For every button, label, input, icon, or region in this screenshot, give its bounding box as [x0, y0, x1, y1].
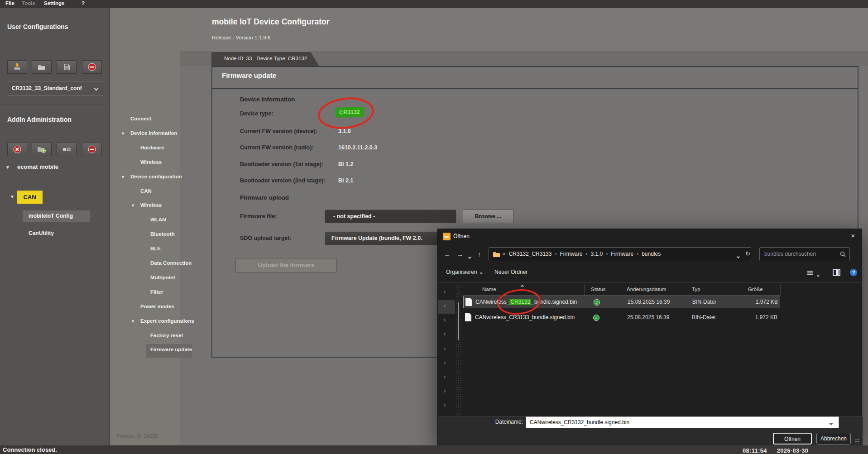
resize-grip[interactable] [855, 438, 860, 444]
tree-expand-icon[interactable]: › [444, 359, 446, 366]
breadcrumb-separator-icon[interactable]: › [603, 251, 611, 257]
nav-item-factory-reset[interactable]: Factory reset [150, 333, 183, 338]
file-row[interactable]: CANwireless_CR3133_bundle.signed.bin✓25.… [463, 311, 780, 324]
close-addin-button[interactable] [7, 143, 27, 156]
filename-input[interactable]: CANwireless_CR3132_bundle.signed.bin [526, 416, 839, 428]
column-divider[interactable] [621, 284, 621, 296]
collapse-icon[interactable]: ▼ [121, 175, 125, 179]
add-addin-button[interactable] [32, 143, 52, 156]
preview-pane-icon[interactable] [833, 269, 840, 276]
close-icon[interactable]: × [844, 229, 862, 244]
nav-item-expert-configurations[interactable]: Expert configurations [140, 318, 194, 324]
column-status[interactable]: Status [591, 287, 606, 292]
nav-item-wlan[interactable]: WLAN [150, 217, 166, 222]
breadcrumb-segment-firmware[interactable]: Firmware [560, 251, 582, 257]
tree-expand-can-icon[interactable]: ▼ [10, 194, 14, 199]
tree-expand-icon[interactable]: › [444, 302, 446, 309]
pane-splitter[interactable] [455, 284, 463, 416]
nav-item-wireless[interactable]: Wireless [140, 159, 162, 165]
tree-expand-icon[interactable]: › [444, 330, 446, 337]
column-date[interactable]: Änderungsdatum [627, 287, 667, 292]
forward-icon[interactable]: → [457, 251, 463, 258]
nav-item-multipoint[interactable]: Multipoint [150, 275, 175, 280]
breadcrumb-segment-firmware[interactable]: Firmware [611, 251, 633, 257]
menu-help[interactable]: ? [82, 0, 85, 6]
column-divider[interactable] [584, 284, 585, 296]
column-divider[interactable] [689, 284, 689, 296]
menu-file[interactable]: File [5, 0, 14, 6]
nav-item-ble[interactable]: BLE [150, 246, 161, 251]
upload-firmware-button[interactable]: Upload the firmware [235, 258, 337, 272]
device-tab[interactable]: Node ID: 33 - Device Type: CR3132 [211, 51, 319, 66]
nav-item-data-connection[interactable]: Data Connection [150, 260, 192, 266]
config-dropdown[interactable]: CR3132_33_Standard_conf [7, 81, 89, 96]
open-button[interactable]: Öffnen [773, 433, 812, 444]
refresh-icon[interactable]: ↻ [745, 250, 750, 257]
collapse-icon[interactable]: ▼ [121, 131, 125, 136]
nav-item-bluetooth[interactable]: Bluetooth [150, 231, 175, 237]
save-config-button[interactable] [57, 60, 77, 74]
column-type[interactable]: Typ [692, 287, 700, 292]
nav-item-connect[interactable]: Connect [130, 116, 151, 121]
up-icon[interactable]: ↑ [478, 251, 481, 258]
open-folder-icon [38, 64, 46, 70]
nav-item-device-configuration[interactable]: Device configuration [130, 174, 182, 179]
tree-node-can[interactable]: CAN [17, 191, 43, 204]
breadcrumb-segment-cr3132-cr3133[interactable]: CR3132_CR3133 [509, 251, 552, 257]
config-dropdown-button[interactable] [89, 81, 103, 96]
remove-addin-button[interactable] [82, 143, 102, 156]
import-config-button[interactable] [7, 60, 27, 74]
tree-expand-icon[interactable]: › [444, 373, 446, 380]
breadcrumb-separator-icon[interactable]: › [582, 251, 590, 257]
menu-tools[interactable]: Tools [22, 0, 35, 6]
search-input[interactable]: bundles durchsuchen [759, 247, 850, 261]
open-config-button[interactable] [32, 60, 52, 74]
view-chevron-icon[interactable] [817, 272, 819, 278]
address-bar[interactable]: «CR3132_CR3133›Firmware›3.1.0›Firmware›b… [489, 247, 751, 261]
nav-item-wireless[interactable]: Wireless [140, 202, 162, 208]
nav-item-can[interactable]: CAN [140, 188, 152, 194]
view-list-icon[interactable] [807, 270, 813, 276]
nav-item-hardware[interactable]: Hardware [140, 145, 164, 150]
nav-item-power-modes[interactable]: Power modes [140, 304, 174, 309]
file-row[interactable]: CANwireless_CR3132_bundle.signed.bin✓25.… [463, 296, 780, 308]
address-chevron-icon[interactable] [737, 253, 739, 259]
tree-expand-icon[interactable]: › [444, 316, 446, 323]
tree-root-ecomat-mobile[interactable]: ecomat mobile [17, 163, 58, 170]
sort-ascending-icon[interactable] [521, 282, 523, 289]
browse-button[interactable]: Browse ... [463, 210, 513, 223]
tree-expand-icon[interactable]: › [444, 345, 446, 352]
remove-config-button[interactable] [82, 60, 102, 74]
breadcrumb-segment-bundles[interactable]: bundles [642, 251, 661, 257]
menu-settings[interactable]: Settings [44, 0, 64, 6]
tree-item-canutility[interactable]: CanUtility [29, 230, 54, 236]
collapse-icon[interactable]: ▼ [131, 319, 135, 324]
tree-item-mobileiot-config[interactable]: mobileIoT Config [29, 213, 73, 219]
breadcrumb-collapsed-icon[interactable]: « [503, 251, 509, 257]
tree-scrollbar[interactable] [458, 302, 459, 340]
cancel-button[interactable]: Abbrechen [816, 433, 851, 444]
breadcrumb-segment-3-1-0[interactable]: 3.1.0 [590, 251, 603, 257]
breadcrumb-separator-icon[interactable]: › [551, 251, 560, 257]
tree-expand-root-icon[interactable]: ▼ [5, 165, 10, 170]
new-folder-button[interactable]: Neuer Ordner [494, 269, 528, 275]
column-name[interactable]: Name [482, 287, 496, 292]
breadcrumb-separator-icon[interactable]: › [633, 251, 642, 257]
collapse-icon[interactable]: ▼ [131, 203, 135, 208]
column-divider[interactable] [780, 284, 781, 296]
organize-menu[interactable]: Organisieren [446, 269, 482, 275]
rename-addin-button[interactable] [57, 143, 77, 156]
back-icon[interactable]: ← [444, 251, 451, 258]
column-size[interactable]: Größe [748, 287, 763, 292]
column-divider[interactable] [746, 284, 746, 296]
tree-expand-icon[interactable]: › [444, 401, 446, 408]
firmware-file-field[interactable]: - not specified - [325, 210, 456, 223]
filename-chevron-icon[interactable] [830, 420, 832, 426]
nav-item-device-information[interactable]: Device information [130, 130, 177, 136]
tree-expand-icon[interactable]: › [444, 288, 446, 295]
help-icon[interactable]: ? [850, 269, 857, 276]
history-chevron-icon[interactable] [469, 253, 471, 260]
tree-expand-icon[interactable]: › [444, 387, 446, 394]
nav-item-firmware-update[interactable]: Firmware update [150, 347, 192, 352]
nav-item-filter[interactable]: Filter [150, 289, 163, 295]
